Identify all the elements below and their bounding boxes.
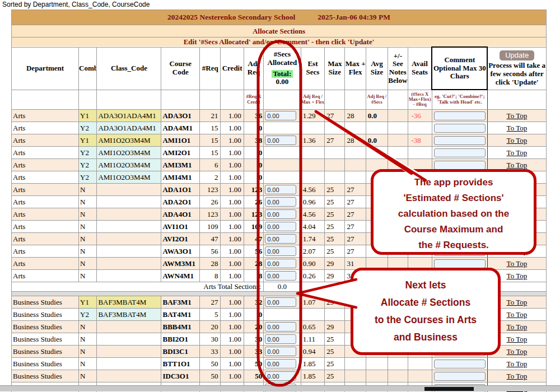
school-title-band: 20242025 Nesterenko Secondary School2025… <box>12 10 547 25</box>
est-secs-cell: 1.74 <box>301 233 324 245</box>
comment-input[interactable] <box>434 111 486 120</box>
credit-cell: 1.00 <box>221 309 244 321</box>
secs-allocated-input[interactable] <box>265 246 296 256</box>
class-code-cell: ADA3O1ADA4M1 <box>97 122 161 134</box>
comb-cell: Y2 <box>79 171 97 184</box>
department-cell: Arts <box>12 171 79 184</box>
adj-req-cell: 0 <box>244 159 263 171</box>
to-top-link[interactable]: To Top <box>507 136 528 144</box>
department-cell: Business Studies <box>12 296 79 309</box>
to-top-link[interactable]: To Top <box>507 148 528 157</box>
to-top-link[interactable]: To Top <box>507 372 528 380</box>
comb-cell: N <box>79 196 97 208</box>
secs-allocated-input[interactable] <box>265 209 296 219</box>
secs-allocated-input[interactable] <box>265 111 296 120</box>
course-code-cell: BDI3C1 <box>161 346 200 358</box>
req-cell: 28 <box>200 258 221 270</box>
max-flex-cell: 28 <box>345 134 366 147</box>
secs-allocated-cell <box>264 110 301 122</box>
course-row: ArtsY1ADA3O1ADA4M1ADA3O1211.00361.292728… <box>12 110 547 122</box>
max-size-cell: 25 <box>325 233 345 245</box>
to-top-link[interactable]: To Top <box>507 335 528 343</box>
adj-req-cell: 26 <box>244 196 263 208</box>
secs-allocated-cell <box>264 333 301 346</box>
course-code-cell: AWN4M1 <box>161 270 200 282</box>
secs-allocated-input[interactable] <box>265 347 296 356</box>
secs-allocated-input[interactable] <box>265 136 296 145</box>
instructions-band: Edit '#Secs Allocated' and/or 'Comment' … <box>12 38 547 48</box>
secs-allocated-cell <box>264 233 301 245</box>
secs-allocated-input[interactable] <box>265 197 296 207</box>
comment-input[interactable] <box>434 372 486 381</box>
secs-allocated-cell <box>264 258 301 270</box>
req-cell: 33 <box>200 346 221 358</box>
formula-subheader-row: #Req X Credit Adj Req / Max + Flex Adj R… <box>12 90 547 110</box>
secs-allocated-input[interactable] <box>265 259 296 268</box>
to-top-link[interactable]: To Top <box>507 124 528 132</box>
class-code-cell: BAF3MBAT4M <box>97 309 161 321</box>
secs-allocated-input[interactable] <box>265 271 296 281</box>
see-notes-cell <box>388 110 408 122</box>
max-size-cell: 25 <box>325 346 345 358</box>
adj-req-cell: 0 <box>244 309 263 321</box>
adj-req-cell: 8 <box>244 270 263 282</box>
bottom-scroll-band[interactable] <box>0 385 560 391</box>
to-top-link[interactable]: To Top <box>507 298 528 306</box>
comment-input[interactable] <box>434 161 486 170</box>
secs-allocated-cell <box>264 221 301 233</box>
credit-cell: 1.00 <box>221 134 244 147</box>
max-flex-cell: 27 <box>345 196 366 208</box>
comb-cell: N <box>79 333 97 346</box>
to-top-link[interactable]: To Top <box>507 259 528 268</box>
req-cell: 50 <box>200 370 221 382</box>
comment-input[interactable] <box>434 124 486 133</box>
col-comb: Comb <box>79 47 97 90</box>
class-code-cell <box>97 358 161 370</box>
to-top-link[interactable]: To Top <box>507 347 528 356</box>
avail-seats-cell <box>408 358 432 370</box>
secs-allocated-input[interactable] <box>265 234 296 244</box>
col-comment: Comment Optional Max 30 Chars <box>432 47 487 90</box>
secs-allocated-input[interactable] <box>265 371 296 381</box>
to-top-link[interactable]: To Top <box>507 272 528 280</box>
secs-allocated-input[interactable] <box>265 185 296 194</box>
comment-input[interactable] <box>434 360 486 368</box>
adj-req-cell: 0 <box>244 171 263 184</box>
bottom-scroll-thumb[interactable] <box>424 387 474 391</box>
secs-allocated-input[interactable] <box>265 222 296 231</box>
est-secs-cell: 0.90 <box>301 258 324 270</box>
comb-cell: N <box>79 358 97 370</box>
course-code-cell: ADA4M1 <box>161 122 200 134</box>
comment-input[interactable] <box>434 136 486 145</box>
course-code-cell: ADA2O1 <box>161 196 200 208</box>
secs-allocated-cell <box>264 134 301 147</box>
to-top-link[interactable]: To Top <box>507 111 528 120</box>
comb-cell: Y2 <box>79 159 97 171</box>
to-top-cell: To Top <box>487 110 546 122</box>
comment-input[interactable] <box>434 259 486 268</box>
max-size-cell <box>325 171 345 184</box>
credit-cell: 1.00 <box>221 184 244 196</box>
est-secs-cell <box>301 122 324 134</box>
max-size-cell <box>325 122 345 134</box>
col-est-secs: Est Secs <box>301 47 324 90</box>
to-top-link[interactable]: To Top <box>507 161 528 169</box>
to-top-cell: To Top <box>487 147 546 159</box>
req-cell: 109 <box>200 221 221 233</box>
class-code-cell: AMI1O2O3M4M <box>97 171 161 184</box>
secs-allocated-input[interactable] <box>265 334 296 344</box>
update-button[interactable]: Update <box>500 50 534 61</box>
to-top-link[interactable]: To Top <box>507 323 528 331</box>
credit-cell: 1.00 <box>221 358 244 370</box>
to-top-link[interactable]: To Top <box>507 360 528 368</box>
req-cell: 5 <box>200 309 221 321</box>
comment-input[interactable] <box>434 148 486 157</box>
to-top-link[interactable]: To Top <box>507 310 528 319</box>
course-code-cell: AMI1O1 <box>161 134 200 147</box>
secs-allocated-input[interactable] <box>265 359 296 368</box>
secs-allocated-input[interactable] <box>265 297 296 307</box>
course-code-cell: AMI3M1 <box>161 159 200 171</box>
secs-allocated-input[interactable] <box>265 322 296 332</box>
comment-cell <box>432 358 487 370</box>
comment-cell <box>432 134 487 147</box>
